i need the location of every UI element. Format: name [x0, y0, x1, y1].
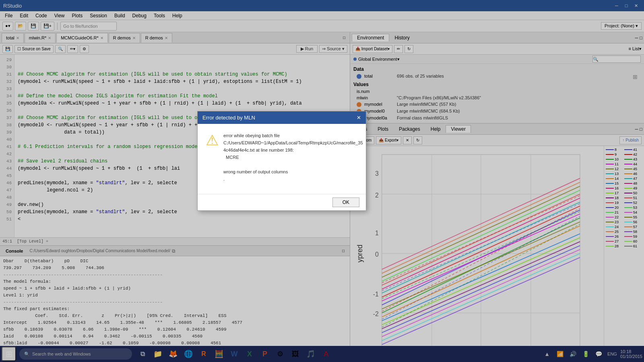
dialog-content-row: ⚠ error while obeying batch file C:/User… [206, 132, 358, 183]
dialog-body: ⚠ error while obeying batch file C:/User… [198, 124, 366, 194]
warning-icon: ⚠ [206, 132, 219, 183]
dialog-footer: OK [198, 194, 366, 210]
dialog-text: error while obeying batch file C:/Users/… [223, 132, 363, 183]
dialog-title: Error detected by MLN ✕ [198, 111, 366, 124]
error-dialog: Error detected by MLN ✕ ⚠ error while ob… [197, 111, 366, 211]
dialog-close-icon[interactable]: ✕ [357, 115, 361, 121]
ok-button[interactable]: OK [332, 197, 359, 207]
dialog-overlay: Error detected by MLN ✕ ⚠ error while ob… [0, 0, 644, 362]
